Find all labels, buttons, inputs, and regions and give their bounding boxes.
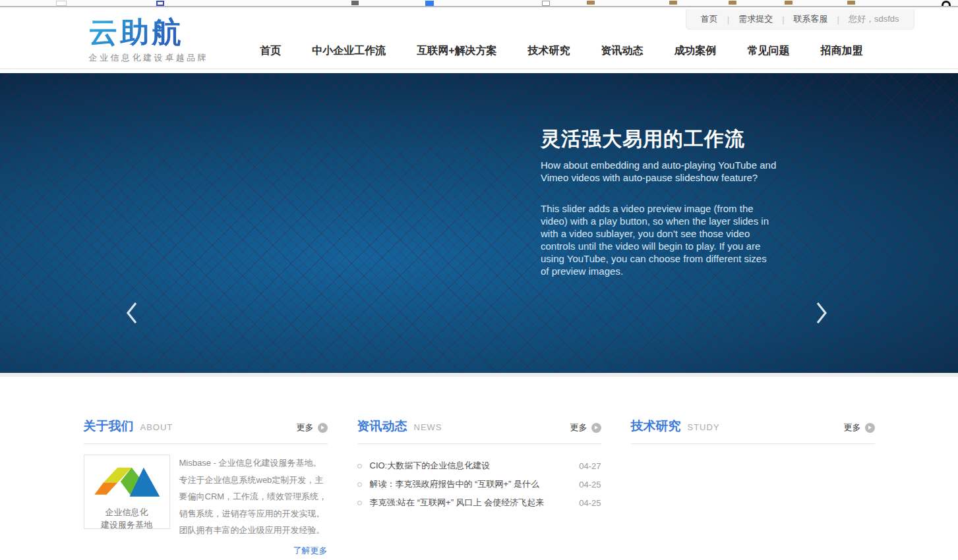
- nav-item-home[interactable]: 首页: [260, 44, 281, 58]
- main-nav: 首页 中小企业工作流 互联网+解决方案 技术研究 资讯动态 成功案例 常见问题 …: [260, 44, 862, 58]
- bookmarks-bar-fragment: [0, 0, 958, 6]
- more-label: 更多: [570, 422, 587, 434]
- study-more-link[interactable]: 更多: [844, 422, 875, 434]
- about-subtitle: ABOUT: [140, 422, 173, 432]
- news-item-date: 04-27: [572, 461, 601, 471]
- separator: |: [727, 14, 729, 24]
- gray-app-icon[interactable]: [542, 1, 550, 6]
- news-subtitle: NEWS: [414, 422, 442, 432]
- news-item-link[interactable]: 李克强:站在 “互联网+” 风口上 会使经济飞起来: [370, 497, 545, 509]
- news-title: 资讯动态: [357, 418, 407, 435]
- bullet-icon: [357, 501, 362, 505]
- about-more-link[interactable]: 更多: [297, 422, 328, 434]
- site-header: 首页 | 需求提交 | 联系客服 | 您好，sdsfds 云助航 企业信息化建设…: [0, 9, 958, 69]
- folder-icon[interactable]: [587, 1, 595, 5]
- separator: |: [837, 14, 839, 24]
- circle-play-icon: [865, 423, 875, 433]
- folder-icon[interactable]: [729, 1, 736, 5]
- logo-tagline: 企业信息化建设卓越品牌: [89, 52, 209, 64]
- news-item-date: 04-25: [572, 498, 601, 508]
- about-header: 关于我们 ABOUT 更多: [84, 418, 328, 444]
- page-icon[interactable]: [56, 1, 67, 6]
- utility-link-home[interactable]: 首页: [701, 13, 718, 25]
- blue-app-icon[interactable]: [425, 1, 434, 6]
- study-column: 技术研究 STUDY 更多: [631, 418, 875, 557]
- misbase-m-logo-icon: [90, 461, 164, 503]
- user-greeting[interactable]: 您好，sdsfds: [849, 13, 899, 25]
- nav-item-faq[interactable]: 常见问题: [748, 44, 790, 58]
- hero-title: 灵活强大易用的工作流: [541, 126, 778, 153]
- nav-item-internet-solutions[interactable]: 互联网+解决方案: [417, 44, 496, 58]
- bullet-icon: [357, 464, 362, 468]
- logo-text: 云助航: [89, 16, 209, 49]
- folder-icon[interactable]: [847, 1, 855, 5]
- separator: |: [782, 14, 784, 24]
- news-column: 资讯动态 NEWS 更多 CIO:大数据下的企业信息化建设 04-27 解读：李…: [357, 418, 601, 557]
- about-image-caption: 建设服务基地: [88, 519, 165, 530]
- about-column: 关于我们 ABOUT 更多 企业信息化 建设服务基地 Misbase - 企业信…: [84, 418, 328, 557]
- news-item-link[interactable]: CIO:大数据下的企业信息化建设: [370, 460, 491, 472]
- hero-copy: 灵活强大易用的工作流 How about embedding and auto-…: [541, 126, 778, 277]
- about-body: 企业信息化 建设服务基地 Misbase - 企业信息化建设服务基地。专注于企业…: [84, 455, 328, 539]
- nav-item-cases[interactable]: 成功案例: [674, 44, 717, 58]
- utility-link-service[interactable]: 联系客服: [794, 13, 828, 25]
- hero-slider: 灵活强大易用的工作流 How about embedding and auto-…: [0, 73, 958, 377]
- news-row: 李克强:站在 “互联网+” 风口上 会使经济飞起来 04-25: [357, 493, 601, 512]
- search-icon[interactable]: [942, 1, 951, 6]
- about-logo-image: 企业信息化 建设服务基地: [84, 455, 170, 529]
- circle-play-icon: [591, 423, 601, 433]
- more-label: 更多: [297, 422, 314, 434]
- hero-subtitle: How about embedding and auto-playing You…: [541, 159, 778, 184]
- nav-item-franchise[interactable]: 招商加盟: [821, 44, 863, 58]
- study-header: 技术研究 STUDY 更多: [631, 418, 875, 444]
- hero-paragraph: This slider adds a video preview image (…: [541, 202, 773, 277]
- circle-play-icon: [318, 423, 328, 433]
- news-more-link[interactable]: 更多: [570, 422, 601, 434]
- about-image-caption: 企业信息化: [88, 507, 165, 518]
- study-subtitle: STUDY: [688, 422, 720, 432]
- nav-item-workflow[interactable]: 中小企业工作流: [312, 44, 386, 58]
- folder-icon[interactable]: [785, 1, 793, 5]
- news-header: 资讯动态 NEWS 更多: [357, 418, 601, 444]
- dark-app-icon[interactable]: [351, 1, 359, 5]
- content-section: 关于我们 ABOUT 更多 企业信息化 建设服务基地 Misbase - 企业信…: [84, 377, 875, 557]
- news-row: CIO:大数据下的企业信息化建设 04-27: [357, 457, 601, 475]
- site-logo[interactable]: 云助航 企业信息化建设卓越品牌: [89, 16, 209, 64]
- nav-item-news[interactable]: 资讯动态: [601, 44, 644, 58]
- bullet-icon: [357, 482, 362, 487]
- utility-link-submit[interactable]: 需求提交: [738, 13, 773, 25]
- slider-next-arrow-icon[interactable]: [815, 301, 828, 327]
- blue-outline-bookmark-icon[interactable]: [156, 1, 164, 6]
- news-list: CIO:大数据下的企业信息化建设 04-27 解读：李克强政府报告中的 “互联网…: [357, 457, 601, 512]
- study-title: 技术研究: [631, 418, 681, 435]
- more-label: 更多: [844, 422, 861, 434]
- news-row: 解读：李克强政府报告中的 “互联网+” 是什么 04-25: [357, 475, 601, 493]
- news-item-date: 04-25: [572, 480, 601, 490]
- nav-item-tech-research[interactable]: 技术研究: [528, 44, 570, 58]
- utility-bar: 首页 | 需求提交 | 联系客服 | 您好，sdsfds: [686, 9, 914, 30]
- folder-icon[interactable]: [669, 1, 677, 5]
- about-text: Misbase - 企业信息化建设服务基地。专注于企业信息系统web定制开发，主…: [179, 455, 328, 539]
- news-item-link[interactable]: 解读：李克强政府报告中的 “互联网+” 是什么: [370, 478, 539, 490]
- learn-more-link[interactable]: 了解更多: [293, 546, 328, 555]
- about-title: 关于我们: [84, 418, 134, 435]
- about-more-row: 了解更多: [84, 544, 328, 557]
- slider-prev-arrow-icon[interactable]: [125, 301, 138, 327]
